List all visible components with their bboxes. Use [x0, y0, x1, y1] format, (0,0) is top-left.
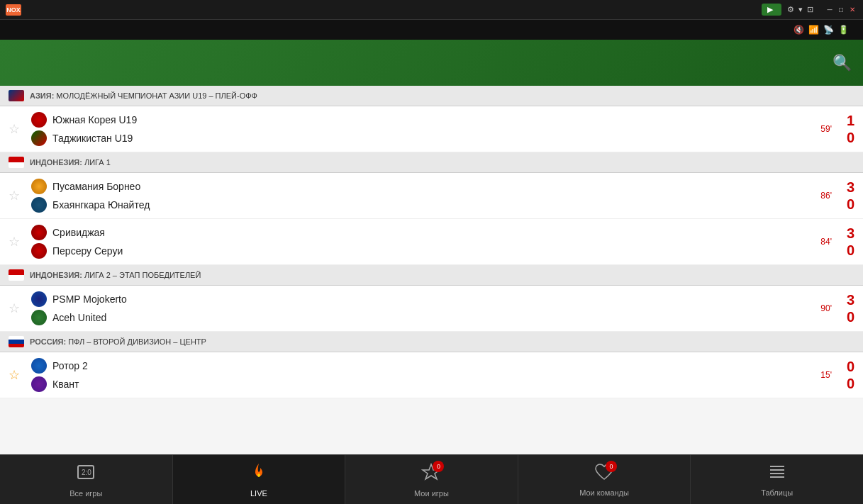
league-name: РОССИЯ: ПФЛ – ВТОРОЙ ДИВИЗИОН – ЦЕНТР: [30, 337, 206, 346]
nav-item-all-games[interactable]: 2:0Все игры: [0, 455, 173, 504]
match-teams: СривиджаяПерсеру Серуи: [31, 225, 812, 259]
nav-item-live[interactable]: LIVE: [173, 455, 346, 504]
match-scores: 30: [840, 293, 854, 324]
score-away: 0: [847, 376, 854, 391]
play-icon: ▶: [767, 5, 773, 14]
favorite-star[interactable]: ☆: [9, 121, 26, 137]
team-row: Южная Корея U19: [31, 112, 812, 128]
score-away: 0: [847, 310, 854, 324]
team-name: Квант: [52, 379, 79, 390]
team-row: Aceh United: [31, 310, 812, 325]
league-flag: [9, 336, 24, 347]
league-name: ИНДОНЕЗИЯ: ЛИГА 1: [30, 158, 111, 167]
scoreboard-icon: 2:0: [76, 462, 96, 486]
match-row[interactable]: ☆СривиджаяПерсеру Серуи84'30: [0, 219, 863, 265]
match-teams: Ротор 2Квант: [31, 358, 812, 392]
team-name: Южная Корея U19: [52, 114, 137, 125]
nav-badge: 0: [433, 461, 444, 472]
search-button[interactable]: 🔍: [833, 54, 852, 72]
window-controls: ─ □ ✕: [825, 5, 857, 15]
league-header: ИНДОНЕЗИЯ: ЛИГА 2 – ЭТАП ПОБЕДИТЕЛЕЙ: [0, 265, 863, 286]
league-header: АЗИЯ: МОЛОДЁЖНЫЙ ЧЕМПИОНАТ АЗИИ U19 – ПЛ…: [0, 86, 863, 106]
wifi-icon: 📶: [808, 25, 819, 35]
team-name: Бхаянгкара Юнайтед: [52, 199, 150, 211]
match-teams: Пусамания БорнеоБхаянгкара Юнайтед: [31, 179, 812, 213]
league-name: ИНДОНЕЗИЯ: ЛИГА 2 – ЭТАП ПОБЕДИТЕЛЕЙ: [30, 271, 201, 279]
nav-item-my-games[interactable]: Мои игры0: [345, 455, 518, 504]
team-logo: [31, 376, 47, 392]
league-header: РОССИЯ: ПФЛ – ВТОРОЙ ДИВИЗИОН – ЦЕНТР: [0, 332, 863, 352]
match-list: АЗИЯ: МОЛОДЁЖНЫЙ ЧЕМПИОНАТ АЗИИ U19 – ПЛ…: [0, 86, 863, 454]
match-time: 90': [820, 303, 832, 313]
match-row[interactable]: ☆Пусамания БорнеоБхаянгкара Юнайтед86'30: [0, 173, 863, 219]
league-flag: [9, 90, 24, 101]
nox-logo: NOX: [6, 4, 21, 16]
team-row: Таджикистан U19: [31, 130, 812, 146]
league-name: АЗИЯ: МОЛОДЁЖНЫЙ ЧЕМПИОНАТ АЗИИ U19 – ПЛ…: [30, 91, 257, 100]
fullscreen-icon[interactable]: ⊡: [807, 5, 813, 14]
nav-label: Мои игры: [414, 489, 449, 498]
league-header: ИНДОНЕЗИЯ: ЛИГА 1: [0, 152, 863, 173]
score-away: 0: [847, 130, 854, 145]
match-time: 15': [820, 370, 832, 380]
team-logo: [31, 291, 47, 307]
team-row: Персеру Серуи: [31, 243, 812, 259]
match-scores: 10: [840, 113, 854, 145]
title-bar-left: NOX: [6, 4, 26, 16]
team-name: PSMP Mojokerto: [52, 293, 127, 305]
team-name: Пусамания Борнео: [52, 181, 140, 192]
nav-label: Таблицы: [761, 488, 793, 497]
score-away: 0: [847, 243, 854, 257]
match-row[interactable]: ☆Ротор 2Квант15'00: [0, 352, 863, 398]
chevron-down-icon[interactable]: ▾: [798, 5, 803, 14]
team-name: Aceh United: [52, 312, 106, 323]
team-row: Ротор 2: [31, 358, 812, 374]
maximize-button[interactable]: □: [836, 5, 846, 15]
status-bar: 🔇 📶 📡 🔋: [0, 20, 863, 40]
score-home: 3: [847, 226, 854, 240]
match-time: 84': [820, 237, 832, 247]
nav-badge: 0: [606, 461, 617, 472]
status-icons: 🔇 📶 📡 🔋: [794, 25, 849, 35]
flame-icon: [250, 462, 268, 486]
team-logo: [31, 197, 47, 213]
match-row[interactable]: ☆PSMP MojokertoAceh United90'30: [0, 286, 863, 332]
match-time: 86': [820, 191, 832, 201]
minimize-button[interactable]: ─: [825, 5, 835, 15]
favorite-star[interactable]: ☆: [9, 301, 26, 316]
team-row: Бхаянгкара Юнайтед: [31, 197, 812, 213]
score-home: 3: [847, 180, 854, 194]
app-header: 🔍: [0, 40, 863, 86]
app-center-button[interactable]: ▶: [762, 4, 781, 16]
match-teams: PSMP MojokertoAceh United: [31, 291, 812, 325]
team-row: Квант: [31, 376, 812, 392]
nav-item-tables[interactable]: Таблицы: [691, 455, 863, 504]
title-bar-right: ▶ ⚙ ▾ ⊡ ─ □ ✕: [762, 4, 857, 16]
team-logo: [31, 358, 47, 374]
signal-icon: 📡: [823, 25, 834, 35]
title-icons: ⚙ ▾ ⊡: [787, 5, 813, 14]
score-home: 0: [847, 359, 854, 374]
nav-label: Все игры: [69, 489, 102, 498]
favorite-star[interactable]: ☆: [9, 367, 26, 383]
settings-icon[interactable]: ⚙: [787, 5, 794, 14]
match-row[interactable]: ☆Южная Корея U19Таджикистан U1959'10: [0, 106, 863, 152]
nav-label: LIVE: [250, 489, 267, 498]
favorite-star[interactable]: ☆: [9, 234, 26, 250]
score-away: 0: [847, 197, 854, 211]
nav-label: Мои команды: [579, 488, 629, 497]
team-name: Ротор 2: [52, 360, 88, 371]
nav-item-my-teams[interactable]: Мои команды0: [518, 455, 691, 504]
favorite-star[interactable]: ☆: [9, 188, 26, 203]
score-home: 1: [847, 113, 854, 128]
mute-icon: 🔇: [794, 25, 804, 35]
bottom-navigation: 2:0Все игрыLIVEМои игры0Мои команды0Табл…: [0, 454, 863, 504]
match-teams: Южная Корея U19Таджикистан U19: [31, 112, 812, 146]
league-flag: [9, 269, 24, 281]
close-button[interactable]: ✕: [847, 5, 857, 15]
team-name: Таджикистан U19: [52, 133, 133, 144]
league-flag: [9, 157, 24, 168]
team-logo: [31, 179, 47, 194]
title-bar: NOX ▶ ⚙ ▾ ⊡ ─ □ ✕: [0, 0, 863, 20]
team-logo: [31, 130, 47, 146]
